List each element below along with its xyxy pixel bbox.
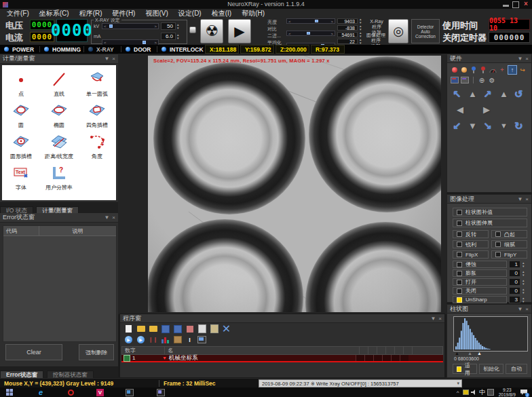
dilate-toggle[interactable]: 膨胀 (453, 269, 507, 277)
open-toggle[interactable]: 打开 (453, 278, 507, 286)
kv-value[interactable]: 50 (161, 22, 176, 30)
sharpen-toggle[interactable]: 锐利 (453, 240, 489, 248)
tool-circle[interactable]: 圆 (2, 102, 40, 129)
menu-file[interactable]: 文件(F) (5, 9, 31, 18)
tool-single-arc[interactable]: 单一圆弧 (78, 71, 116, 98)
restore-button[interactable] (512, 1, 519, 8)
run-icon[interactable]: ▶ (124, 335, 133, 344)
jog-rotate-ccw-button[interactable]: ↺ (514, 88, 523, 100)
initialize-button[interactable]: 初始化 (479, 364, 504, 374)
unsharp-value[interactable]: 3 (509, 296, 520, 303)
histogram-chart[interactable] (453, 316, 528, 352)
kv-slider-thumb[interactable] (109, 24, 113, 28)
tool-rect-slot[interactable]: 四角插槽 (78, 102, 116, 129)
close-icon[interactable]: × (525, 306, 529, 312)
binarize-value[interactable]: 54691 (337, 32, 358, 37)
binarize-spinner[interactable]: ▴▾ (360, 32, 362, 37)
emboss-toggle[interactable]: 凸起 (491, 230, 527, 238)
program-col-name[interactable]: 名 (165, 347, 360, 354)
image-viewport[interactable]: Scale=2, FOV=115.24 x 115.24 mm, Resol=9… (118, 54, 446, 314)
menu-view[interactable]: 视图(V) (144, 9, 169, 18)
dilate-spinner[interactable]: ▴▾ (522, 269, 525, 277)
clock[interactable]: 9:23 2019/8/9 (499, 387, 516, 397)
insert-text-icon[interactable]: I (185, 335, 194, 344)
joystick-blue-icon[interactable] (470, 66, 478, 74)
tool-point[interactable]: 点 (2, 71, 40, 98)
menu-help[interactable]: 帮助(H) (240, 9, 266, 18)
hist-compensation-button[interactable]: 柱状图补值 (453, 208, 527, 216)
pin-icon[interactable]: ▼ (517, 196, 522, 202)
tray-expand-icon[interactable]: ^ (454, 388, 462, 396)
open-spinner[interactable]: ▴▾ (522, 278, 525, 286)
stage-view2-icon[interactable] (461, 76, 469, 84)
volume-tray-icon[interactable] (470, 388, 478, 396)
unsharp-spinner[interactable]: ▴▾ (522, 296, 525, 303)
save-as-icon[interactable] (173, 324, 182, 333)
xray-enable-button[interactable] (189, 26, 196, 33)
contrast-slider[interactable]: <> (286, 31, 335, 36)
menu-settings[interactable]: 设定(D) (177, 9, 203, 18)
close-icon[interactable]: × (112, 214, 115, 221)
program-col-number[interactable]: 数字 (122, 347, 165, 354)
pin-icon[interactable]: ▼ (430, 316, 436, 322)
pin-icon[interactable]: ▼ (104, 214, 109, 221)
close-morph-toggle[interactable]: 关闭 (453, 287, 507, 295)
apply-button[interactable]: 适用 (453, 364, 477, 374)
pin-icon[interactable]: ▼ (517, 306, 522, 312)
acquire-play-button[interactable]: ▶ (228, 19, 251, 43)
paste-icon[interactable] (210, 324, 218, 333)
open-value[interactable]: 0 (509, 278, 520, 286)
record-icon[interactable] (451, 66, 459, 74)
brightness-value[interactable]: 9403 (337, 18, 358, 24)
tool-distance-width[interactable]: 距离/线宽度 (40, 133, 78, 160)
tool-round-slot[interactable]: 圆形插槽 (2, 133, 40, 160)
pin-icon[interactable]: ▼ (104, 56, 109, 62)
close-icon[interactable]: × (438, 316, 442, 322)
jog-up-button[interactable]: ▲ (468, 89, 477, 99)
error-col-desc[interactable]: 说明 (39, 226, 116, 235)
clear-button[interactable]: Clear (5, 344, 62, 360)
monitor-icon[interactable] (197, 335, 206, 344)
kv-slider-right-icon[interactable]: > (154, 24, 157, 29)
contrast-spinner[interactable]: ▴▾ (360, 25, 362, 31)
ime-indicator[interactable]: 中 (478, 388, 487, 396)
close-button[interactable]: × (522, 0, 529, 8)
brightness-slider[interactable]: <> (286, 18, 335, 24)
jog-right-button[interactable]: ▶ (483, 105, 490, 115)
v-app-icon[interactable]: V (96, 389, 104, 396)
invert-toggle[interactable]: 反转 (453, 230, 489, 238)
delete-icon[interactable]: ✕ (222, 324, 231, 333)
save-icon[interactable] (161, 324, 170, 333)
media-app-icon[interactable] (126, 388, 134, 396)
auto-button[interactable]: 自动 (506, 364, 527, 374)
tool-line[interactable]: 直线 (40, 71, 78, 98)
lift-up-icon[interactable]: ↑ (508, 65, 517, 75)
pin-icon[interactable]: ▼ (517, 56, 522, 62)
gear-icon[interactable]: ⚙ (488, 76, 496, 84)
close-icon[interactable]: × (112, 56, 115, 62)
new-program-icon[interactable] (124, 324, 133, 333)
package-icon[interactable] (173, 335, 182, 344)
dropdown-caret-icon[interactable]: ▾ (455, 381, 461, 386)
jog-up-left-button[interactable]: ↖ (453, 88, 461, 100)
timer-label[interactable]: 关闭定时器 (442, 32, 487, 44)
jog-down-button[interactable]: ▼ (468, 121, 477, 131)
media-app2-icon[interactable] (157, 388, 165, 396)
tool-user-resolution[interactable]: ? 用户分辨率 (40, 164, 78, 191)
open-folder2-icon[interactable] (149, 324, 157, 333)
pause-icon[interactable]: ❙❙ (149, 335, 157, 344)
ma-value[interactable]: 6.0 (161, 33, 176, 40)
tool-ellipse[interactable]: 椭圆 (40, 102, 78, 129)
ma-spinner[interactable]: ▴▾ (177, 33, 179, 40)
xray-on-button[interactable]: ☢ (200, 19, 223, 43)
erode-toggle[interactable]: 侵蚀 (453, 261, 507, 268)
kv-slider[interactable]: < > (102, 23, 159, 29)
jog-up-right-button[interactable]: ↗ (483, 88, 492, 100)
kv-slider-left-icon[interactable]: < (104, 24, 107, 29)
detector-auto-correction-button[interactable]: Detector Auto Correction (411, 19, 440, 43)
dilate-value[interactable]: 0 (509, 269, 520, 277)
average-spinner[interactable]: ▴▾ (360, 39, 362, 44)
jog-z-up-button[interactable]: ▲ (499, 89, 508, 99)
close-morph-spinner[interactable]: ▴▾ (522, 287, 525, 295)
cut-icon[interactable] (185, 324, 194, 333)
